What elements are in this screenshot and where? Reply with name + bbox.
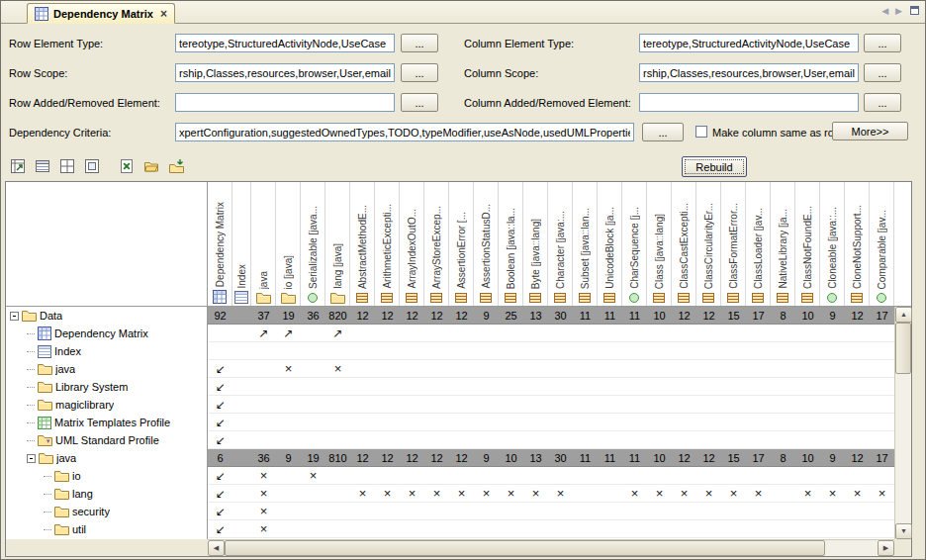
matrix-cell[interactable] bbox=[232, 467, 251, 485]
matrix-cell[interactable] bbox=[696, 325, 721, 342]
matrix-cell[interactable] bbox=[696, 503, 721, 520]
matrix-cell[interactable] bbox=[647, 360, 672, 378]
matrix-cell[interactable] bbox=[795, 325, 820, 342]
matrix-cell[interactable]: × bbox=[548, 485, 573, 503]
tree-item[interactable]: security bbox=[6, 503, 207, 520]
matrix-cell[interactable]: × bbox=[325, 360, 350, 378]
matrix-cell[interactable] bbox=[870, 431, 894, 449]
tree-item[interactable]: magiclibrary bbox=[6, 396, 207, 414]
matrix-cell[interactable] bbox=[375, 360, 400, 378]
matrix-cell[interactable] bbox=[573, 360, 598, 378]
matrix-cell[interactable] bbox=[499, 378, 523, 396]
matrix-cell[interactable] bbox=[771, 485, 795, 503]
dependency-criteria-browse-button[interactable]: ... bbox=[642, 123, 684, 141]
matrix-cell[interactable] bbox=[523, 414, 548, 431]
matrix-cell[interactable] bbox=[845, 503, 870, 520]
matrix-cell[interactable] bbox=[499, 342, 523, 360]
matrix-cell[interactable] bbox=[696, 378, 721, 396]
row-element-type-input[interactable] bbox=[175, 34, 395, 52]
column-header[interactable]: UnicodeBlock [ja... bbox=[598, 182, 622, 306]
matrix-cell[interactable] bbox=[870, 467, 894, 485]
export-excel-icon[interactable] bbox=[118, 157, 136, 175]
matrix-cell[interactable] bbox=[746, 467, 771, 485]
matrix-cell[interactable] bbox=[746, 396, 771, 414]
matrix-cell[interactable]: 13 bbox=[523, 449, 548, 467]
matrix-cell[interactable]: × bbox=[696, 485, 721, 503]
horizontal-scroll-track[interactable] bbox=[225, 540, 878, 556]
matrix-cell[interactable] bbox=[449, 467, 474, 485]
matrix-cell[interactable] bbox=[499, 360, 523, 378]
matrix-cell[interactable] bbox=[208, 342, 232, 360]
matrix-cell[interactable] bbox=[276, 378, 301, 396]
matrix-cell[interactable] bbox=[474, 431, 499, 449]
matrix-cell[interactable] bbox=[870, 342, 894, 360]
column-header[interactable]: AssertionStatusD... bbox=[474, 182, 499, 306]
matrix-cell[interactable] bbox=[424, 325, 449, 342]
matrix-cell[interactable]: ↙ bbox=[208, 503, 232, 520]
matrix-cell[interactable] bbox=[548, 325, 573, 342]
vertical-scroll-track[interactable] bbox=[895, 323, 911, 523]
matrix-cell[interactable] bbox=[771, 396, 795, 414]
forward-icon[interactable]: ▶ bbox=[895, 6, 902, 16]
matrix-cell[interactable] bbox=[696, 431, 721, 449]
show-rows-icon[interactable] bbox=[34, 157, 51, 175]
matrix-cell[interactable] bbox=[672, 360, 696, 378]
matrix-cell[interactable] bbox=[424, 467, 449, 485]
tree-item[interactable]: Data bbox=[6, 307, 207, 325]
matrix-cell[interactable] bbox=[375, 396, 400, 414]
matrix-cell[interactable]: 12 bbox=[672, 307, 696, 325]
matrix-cell[interactable] bbox=[573, 431, 598, 449]
matrix-cell[interactable] bbox=[449, 378, 474, 396]
matrix-cell[interactable] bbox=[598, 378, 622, 396]
horizontal-scrollbar[interactable]: ◀ ▶ bbox=[208, 539, 894, 556]
matrix-cell[interactable] bbox=[672, 325, 696, 342]
row-scope-browse-button[interactable]: ... bbox=[401, 63, 438, 82]
column-header[interactable]: ClassCircularityEr... bbox=[696, 182, 721, 306]
matrix-cell[interactable] bbox=[795, 503, 820, 520]
matrix-cell[interactable]: ↗ bbox=[251, 325, 276, 342]
matrix-cell[interactable]: 17 bbox=[746, 449, 771, 467]
vertical-scroll-thumb[interactable] bbox=[895, 323, 911, 374]
matrix-cell[interactable] bbox=[622, 378, 647, 396]
matrix-cell[interactable] bbox=[795, 431, 820, 449]
frame-icon[interactable] bbox=[83, 157, 101, 175]
matrix-cell[interactable] bbox=[548, 378, 573, 396]
matrix-cell[interactable] bbox=[820, 325, 845, 342]
matrix-cell[interactable] bbox=[672, 520, 696, 538]
matrix-cell[interactable] bbox=[622, 325, 647, 342]
matrix-cell[interactable] bbox=[622, 396, 647, 414]
matrix-cell[interactable] bbox=[771, 342, 795, 360]
column-header[interactable]: ArrayIndexOutO... bbox=[400, 182, 424, 306]
matrix-cell[interactable] bbox=[276, 503, 301, 520]
matrix-cell[interactable] bbox=[647, 414, 672, 431]
matrix-cell[interactable] bbox=[232, 396, 251, 414]
matrix-cell[interactable] bbox=[499, 431, 523, 449]
matrix-cell[interactable]: 10 bbox=[795, 307, 820, 325]
swap-axes-icon[interactable] bbox=[9, 157, 27, 175]
matrix-cell[interactable]: × bbox=[251, 503, 276, 520]
matrix-cell[interactable] bbox=[474, 360, 499, 378]
column-header[interactable]: AbstractMethodE... bbox=[350, 182, 375, 306]
column-scope-input[interactable] bbox=[639, 63, 859, 82]
column-scope-browse-button[interactable]: ... bbox=[864, 63, 901, 82]
matrix-cell[interactable] bbox=[301, 378, 325, 396]
matrix-cell[interactable] bbox=[251, 396, 276, 414]
matrix-cell[interactable] bbox=[499, 414, 523, 431]
matrix-cell[interactable] bbox=[301, 414, 325, 431]
matrix-cell[interactable] bbox=[400, 378, 424, 396]
matrix-cell[interactable]: × bbox=[523, 485, 548, 503]
matrix-cell[interactable] bbox=[474, 467, 499, 485]
matrix-cell[interactable] bbox=[870, 325, 894, 342]
matrix-cell[interactable]: ↗ bbox=[325, 325, 350, 342]
matrix-cell[interactable] bbox=[474, 396, 499, 414]
matrix-cell[interactable] bbox=[548, 396, 573, 414]
matrix-cell[interactable] bbox=[746, 360, 771, 378]
matrix-cell[interactable] bbox=[672, 431, 696, 449]
close-icon[interactable]: × bbox=[160, 9, 167, 19]
matrix-cell[interactable] bbox=[721, 414, 746, 431]
row-added-removed-browse-button[interactable]: ... bbox=[401, 93, 438, 112]
matrix-cell[interactable] bbox=[598, 485, 622, 503]
matrix-cell[interactable]: 12 bbox=[400, 307, 424, 325]
column-header[interactable]: CharSequence [j... bbox=[622, 182, 647, 306]
matrix-cell[interactable] bbox=[845, 325, 870, 342]
